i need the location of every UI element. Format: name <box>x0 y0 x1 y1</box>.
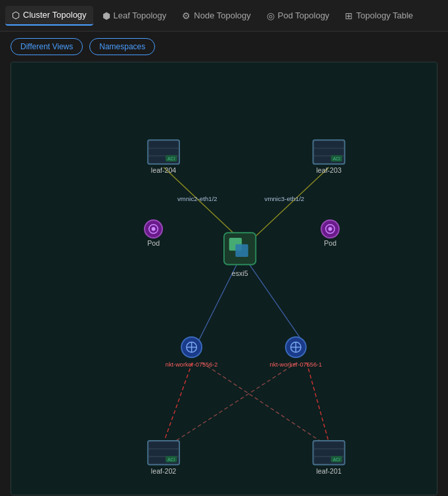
node-leaf202[interactable]: ACI leaf-202 <box>148 441 179 475</box>
nav-leaf-label: Leaf Topology <box>114 11 167 20</box>
svg-text:esxi5: esxi5 <box>232 269 248 277</box>
leaf-topology-icon: ⬢ <box>102 11 110 21</box>
nav-pod-label: Pod Topology <box>278 11 330 20</box>
vmnic3-label: vmnic3-eth1/2 <box>265 195 305 202</box>
svg-rect-38 <box>149 449 179 456</box>
svg-text:leaf-202: leaf-202 <box>151 467 176 475</box>
svg-text:leaf-201: leaf-201 <box>316 467 341 475</box>
nav-node-topology[interactable]: ⚙ Node Topology <box>175 7 258 25</box>
svg-point-16 <box>152 227 156 231</box>
edge-worker1-leaf201 <box>307 363 329 443</box>
nav-leaf-topology[interactable]: ⬢ Leaf Topology <box>96 7 173 25</box>
svg-rect-1 <box>149 141 179 148</box>
node-pod-left[interactable]: Pod <box>145 220 162 247</box>
nav-topology-table[interactable]: ⊞ Topology Table <box>338 7 420 25</box>
topology-table-icon: ⊞ <box>345 11 353 21</box>
pod-topology-icon: ◎ <box>267 11 275 21</box>
edge-worker1-leaf202 <box>173 363 298 443</box>
nav-cluster-topology[interactable]: ⬡ Cluster Topology <box>5 6 93 26</box>
svg-rect-24 <box>235 244 248 257</box>
svg-text:ACI: ACI <box>168 156 175 161</box>
node-worker1[interactable]: nkt-worker-07556-1 <box>270 337 323 368</box>
svg-rect-37 <box>149 442 179 449</box>
node-esxi5[interactable]: esxi5 <box>224 233 256 277</box>
nav-table-label: Topology Table <box>356 11 413 20</box>
vmnic2-label: vmnic2-eth1/2 <box>177 195 217 202</box>
edge-leaf203-esxi5 <box>253 168 329 239</box>
topology-canvas: ACI leaf-204 ACI leaf-203 vmnic2-eth1/2 … <box>11 62 437 495</box>
svg-text:leaf-203: leaf-203 <box>316 166 341 174</box>
svg-rect-8 <box>314 141 344 148</box>
nav-cluster-label: Cluster Topology <box>23 10 87 20</box>
svg-text:nkt-worker-07556-1: nkt-worker-07556-1 <box>270 361 323 368</box>
node-leaf204[interactable]: ACI leaf-204 <box>148 140 179 174</box>
top-navigation: ⬡ Cluster Topology ⬢ Leaf Topology ⚙ Nod… <box>0 0 448 32</box>
node-leaf201[interactable]: ACI leaf-201 <box>313 441 344 475</box>
svg-text:Pod: Pod <box>324 239 336 247</box>
node-topology-icon: ⚙ <box>182 11 190 21</box>
node-leaf203[interactable]: ACI leaf-203 <box>313 140 344 174</box>
node-pod-right[interactable]: Pod <box>321 220 339 247</box>
svg-rect-9 <box>314 149 344 156</box>
toolbar: Different Views Namespaces <box>0 32 448 62</box>
svg-point-20 <box>328 227 332 231</box>
namespaces-button[interactable]: Namespaces <box>89 38 155 55</box>
svg-rect-44 <box>314 442 344 449</box>
edge-leaf204-esxi5 <box>164 168 240 239</box>
topology-svg: ACI leaf-204 ACI leaf-203 vmnic2-eth1/2 … <box>11 62 437 495</box>
edge-esxi5-worker2 <box>198 265 236 341</box>
svg-text:leaf-204: leaf-204 <box>151 166 176 174</box>
edge-worker2-leaf202 <box>164 363 192 443</box>
node-worker2[interactable]: nkt-worker-07556-2 <box>166 337 218 368</box>
different-views-button[interactable]: Different Views <box>11 38 83 55</box>
svg-text:nkt-worker-07556-2: nkt-worker-07556-2 <box>166 361 218 368</box>
svg-rect-45 <box>314 449 344 456</box>
svg-text:ACI: ACI <box>168 457 175 462</box>
svg-text:ACI: ACI <box>333 457 340 462</box>
nav-pod-topology[interactable]: ◎ Pod Topology <box>260 7 336 25</box>
svg-text:ACI: ACI <box>333 156 340 161</box>
edge-worker2-leaf201 <box>202 363 323 443</box>
cluster-topology-icon: ⬡ <box>12 10 20 20</box>
edge-esxi5-worker1 <box>250 265 302 341</box>
svg-text:Pod: Pod <box>147 239 160 247</box>
nav-node-label: Node Topology <box>194 11 251 20</box>
svg-rect-2 <box>149 149 179 156</box>
